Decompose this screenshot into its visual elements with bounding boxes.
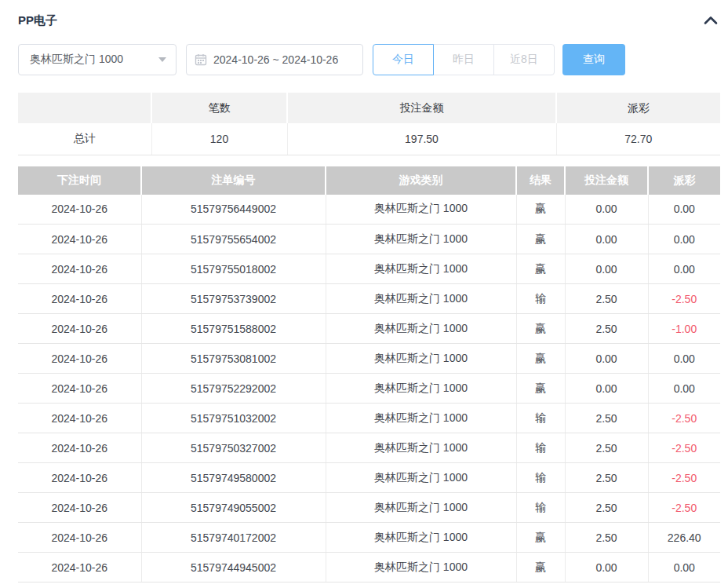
cell-payout: -1.00 bbox=[648, 314, 720, 344]
records-header-game-category: 游戏类别 bbox=[326, 166, 516, 195]
cell-bet-time: 2024-10-26 bbox=[18, 314, 141, 344]
cell-result: 输 bbox=[516, 463, 565, 493]
cell-payout: -2.50 bbox=[648, 284, 720, 314]
summary-table: 笔数 投注金额 派彩 总计 120 197.50 72.70 bbox=[18, 93, 720, 155]
last-8-days-button[interactable]: 近8日 bbox=[493, 44, 555, 75]
cell-bet-amount: 2.50 bbox=[565, 433, 648, 463]
today-button[interactable]: 今日 bbox=[373, 44, 434, 75]
summary-total-label: 总计 bbox=[18, 123, 151, 155]
summary-total-payout: 72.70 bbox=[556, 123, 720, 155]
cell-payout: -2.50 bbox=[648, 433, 720, 463]
cell-game-category: 奥林匹斯之门 1000 bbox=[326, 314, 516, 344]
game-select[interactable]: 奥林匹斯之门 1000 bbox=[18, 44, 177, 75]
table-row: 2024-10-26 51579750327002 奥林匹斯之门 1000 输 … bbox=[18, 433, 720, 463]
cell-order-no: 51579744945002 bbox=[141, 553, 326, 583]
records-header-row: 下注时间 注单编号 游戏类别 结果 投注金额 派彩 bbox=[18, 166, 720, 195]
game-select-value: 奥林匹斯之门 1000 bbox=[30, 53, 123, 67]
cell-result: 输 bbox=[516, 284, 565, 314]
table-row: 2024-10-26 51579751588002 奥林匹斯之门 1000 赢 … bbox=[18, 314, 720, 344]
cell-game-category: 奥林匹斯之门 1000 bbox=[326, 404, 516, 433]
cell-result: 输 bbox=[516, 404, 565, 433]
cell-bet-amount: 0.00 bbox=[565, 344, 648, 374]
cell-payout: 0.00 bbox=[648, 374, 720, 404]
cell-payout: -2.50 bbox=[648, 463, 720, 493]
cell-game-category: 奥林匹斯之门 1000 bbox=[326, 553, 516, 583]
page-title: PP电子 bbox=[18, 13, 57, 28]
summary-header-row: 笔数 投注金额 派彩 bbox=[18, 93, 720, 123]
cell-order-no: 51579751588002 bbox=[141, 314, 326, 344]
cell-order-no: 51579755018002 bbox=[141, 254, 326, 284]
cell-order-no: 51579751032002 bbox=[141, 404, 326, 433]
cell-bet-amount: 0.00 bbox=[565, 225, 648, 254]
cell-bet-time: 2024-10-26 bbox=[18, 553, 141, 583]
panel-header: PP电子 bbox=[18, 0, 720, 31]
table-row: 2024-10-26 51579753081002 奥林匹斯之门 1000 赢 … bbox=[18, 344, 720, 374]
cell-payout: 0.00 bbox=[648, 195, 720, 225]
collapse-panel-button[interactable] bbox=[701, 11, 720, 30]
table-row: 2024-10-26 51579740172002 奥林匹斯之门 1000 赢 … bbox=[18, 523, 720, 553]
cell-bet-time: 2024-10-26 bbox=[18, 225, 141, 254]
cell-game-category: 奥林匹斯之门 1000 bbox=[326, 463, 516, 493]
cell-game-category: 奥林匹斯之门 1000 bbox=[326, 433, 516, 463]
table-row: 2024-10-26 51579755018002 奥林匹斯之门 1000 赢 … bbox=[18, 254, 720, 284]
table-row: 2024-10-26 51579751032002 奥林匹斯之门 1000 输 … bbox=[18, 404, 720, 433]
cell-bet-time: 2024-10-26 bbox=[18, 344, 141, 374]
records-header-bet-amount: 投注金额 bbox=[565, 166, 648, 195]
cell-payout: 226.40 bbox=[648, 523, 720, 553]
records-header-result: 结果 bbox=[516, 166, 565, 195]
cell-bet-amount: 0.00 bbox=[565, 195, 648, 225]
date-range-value: 2024-10-26 ~ 2024-10-26 bbox=[213, 53, 338, 66]
cell-game-category: 奥林匹斯之门 1000 bbox=[326, 225, 516, 254]
cell-payout: 0.00 bbox=[648, 225, 720, 254]
summary-header-count: 笔数 bbox=[151, 93, 287, 123]
cell-payout: 0.00 bbox=[648, 344, 720, 374]
cell-game-category: 奥林匹斯之门 1000 bbox=[326, 344, 516, 374]
cell-bet-amount: 2.50 bbox=[565, 404, 648, 433]
records-table: 下注时间 注单编号 游戏类别 结果 投注金额 派彩 2024-10-26 515… bbox=[18, 166, 720, 583]
summary-total-row: 总计 120 197.50 72.70 bbox=[18, 123, 720, 155]
records-header-bet-time: 下注时间 bbox=[18, 166, 141, 195]
cell-game-category: 奥林匹斯之门 1000 bbox=[326, 374, 516, 404]
cell-bet-time: 2024-10-26 bbox=[18, 284, 141, 314]
cell-bet-time: 2024-10-26 bbox=[18, 463, 141, 493]
cell-order-no: 51579752292002 bbox=[141, 374, 326, 404]
cell-game-category: 奥林匹斯之门 1000 bbox=[326, 493, 516, 523]
cell-bet-amount: 0.00 bbox=[565, 374, 648, 404]
cell-payout: -2.50 bbox=[648, 493, 720, 523]
date-range-input[interactable]: 2024-10-26 ~ 2024-10-26 bbox=[186, 44, 363, 75]
cell-order-no: 51579749055002 bbox=[141, 493, 326, 523]
chevron-up-icon bbox=[704, 16, 718, 25]
filter-bar: 奥林匹斯之门 1000 2024-10-26 ~ 2024-10-26 bbox=[18, 44, 720, 75]
cell-order-no: 51579753739002 bbox=[141, 284, 326, 314]
cell-bet-time: 2024-10-26 bbox=[18, 195, 141, 225]
records-header-order-no: 注单编号 bbox=[141, 166, 326, 195]
cell-order-no: 51579749580002 bbox=[141, 463, 326, 493]
cell-result: 赢 bbox=[516, 314, 565, 344]
table-row: 2024-10-26 51579753739002 奥林匹斯之门 1000 输 … bbox=[18, 284, 720, 314]
cell-game-category: 奥林匹斯之门 1000 bbox=[326, 195, 516, 225]
cell-bet-amount: 2.50 bbox=[565, 284, 648, 314]
cell-bet-amount: 0.00 bbox=[565, 254, 648, 284]
cell-payout: -2.50 bbox=[648, 404, 720, 433]
cell-bet-time: 2024-10-26 bbox=[18, 493, 141, 523]
cell-result: 赢 bbox=[516, 553, 565, 583]
cell-order-no: 51579756449002 bbox=[141, 195, 326, 225]
cell-result: 赢 bbox=[516, 374, 565, 404]
summary-header-empty bbox=[18, 93, 151, 123]
summary-header-payout: 派彩 bbox=[556, 93, 720, 123]
yesterday-button[interactable]: 昨日 bbox=[433, 44, 494, 75]
records-header-payout: 派彩 bbox=[648, 166, 720, 195]
search-button[interactable]: 查询 bbox=[562, 44, 625, 75]
cell-order-no: 51579740172002 bbox=[141, 523, 326, 553]
cell-bet-amount: 0.00 bbox=[565, 553, 648, 583]
cell-bet-amount: 2.50 bbox=[565, 463, 648, 493]
cell-bet-amount: 2.50 bbox=[565, 314, 648, 344]
table-row: 2024-10-26 51579749580002 奥林匹斯之门 1000 输 … bbox=[18, 463, 720, 493]
cell-bet-time: 2024-10-26 bbox=[18, 374, 141, 404]
cell-order-no: 51579753081002 bbox=[141, 344, 326, 374]
records-body: 2024-10-26 51579756449002 奥林匹斯之门 1000 赢 … bbox=[18, 195, 720, 583]
cell-order-no: 51579755654002 bbox=[141, 225, 326, 254]
cell-bet-time: 2024-10-26 bbox=[18, 433, 141, 463]
cell-bet-amount: 2.50 bbox=[565, 493, 648, 523]
cell-result: 赢 bbox=[516, 344, 565, 374]
